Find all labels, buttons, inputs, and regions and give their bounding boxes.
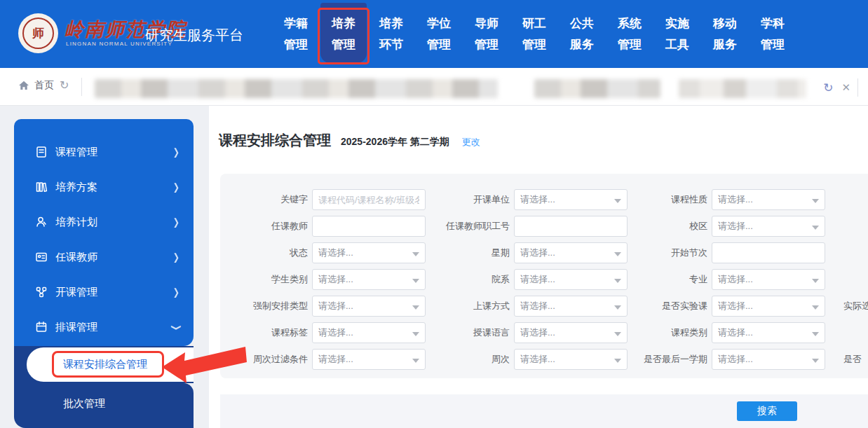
sidebar-item-course-arrangement[interactable]: 课程安排综合管理 [27,347,194,382]
redacted-tab-group [95,79,498,98]
sidebar-item-cultivation-plan[interactable]: 培养方案❯ [14,170,194,205]
nav-item-cultivation-mgmt[interactable]: 培养管理 [327,0,360,68]
nav-item-implementation-tools[interactable]: 实施工具 [660,0,694,68]
select-input[interactable]: 请选择... [514,269,628,290]
sidebar-submenu: 批次管理 [14,383,194,428]
text-input[interactable] [514,216,628,237]
nav-item-system-mgmt[interactable]: 系统管理 [613,0,646,68]
field-label: 是否实验课 [628,300,712,312]
nav-item-discipline-mgmt[interactable]: 学科管理 [756,0,789,68]
caret-down-icon [812,359,819,363]
field-label: 校区 [628,220,712,233]
select-value: 请选择... [520,353,555,366]
select-input[interactable]: 请选择... [514,242,628,263]
id-card-icon [35,251,48,263]
academic-term: 2025-2026学年 第二学期 [341,136,449,149]
select-value: 请选择... [520,247,555,259]
nav-item-research-work-mgmt[interactable]: 研工管理 [517,0,551,68]
select-input[interactable]: 请选择... [712,322,825,343]
form-row: 强制安排类型请选择...上课方式请选择...是否实验课请选择...实际选课 [220,293,868,319]
field-label: 专业 [628,273,712,286]
field-label: 课程性质 [628,193,712,206]
sidebar-item-course-mgmt[interactable]: 课程管理❯ [14,134,194,170]
select-value: 请选择... [718,300,753,312]
chevron-right-icon: ❯ [173,287,179,298]
cutoff-field-label: 实际选课 [843,300,868,312]
refresh-icon[interactable]: ↻ [60,78,69,92]
nav-item-label: 管理 [422,34,456,55]
select-input[interactable]: 请选择... [312,296,426,317]
select-value: 请选择... [718,353,753,366]
annotation-box [318,8,369,64]
books-icon [35,181,48,193]
caret-down-icon [812,199,819,203]
select-value: 请选择... [520,300,555,312]
chevron-right-icon: ❯ [173,146,179,158]
text-input[interactable] [312,216,426,237]
nav-item-label: 学位 [422,13,456,34]
sidebar-item-course-teachers[interactable]: 任课教师❯ [14,240,194,275]
select-input[interactable]: 请选择... [312,322,426,343]
change-term-link[interactable]: 更改 [462,136,480,149]
text-input[interactable] [312,189,426,210]
select-input[interactable]: 请选择... [514,322,628,343]
home-tab[interactable]: 首页 ↻ [18,78,69,92]
platform-title: 研究生服务平台 [145,26,243,45]
sidebar-item-label: 课程管理 [55,146,173,159]
redacted-tab-group [679,79,806,98]
nav-item-label: 导师 [470,13,503,34]
field-label: 学生类别 [220,273,312,286]
tab-divider [81,78,82,96]
form-row: 任课教师任课教师职工号校区请选择... [220,213,868,240]
select-input[interactable]: 请选择... [514,349,628,370]
document-icon [35,146,48,158]
nav-item-label: 移动 [708,13,742,34]
tab-close-icon[interactable]: ✕ [841,81,850,94]
select-input[interactable]: 请选择... [514,296,628,317]
nav-item-label: 管理 [470,34,503,55]
nav-item-label: 公共 [565,13,599,34]
nav-item-label: 服务 [565,34,599,55]
select-input[interactable]: 请选择... [514,189,628,210]
field-label: 强制安排类型 [220,300,312,312]
caret-down-icon [614,252,621,256]
caret-down-icon [412,305,419,310]
nav-item-public-service[interactable]: 公共服务 [565,0,599,68]
sidebar-item-course-scheduling[interactable]: 排课管理❯ [14,310,194,345]
form-row: 关键字开课单位请选择...课程性质请选择... [220,186,868,213]
tab-end-divider [857,78,858,97]
select-input[interactable]: 请选择... [712,296,825,317]
select-input[interactable]: 请选择... [312,269,426,290]
form-row: 课程标签请选择...授课语言请选择...课程类别请选择... [220,319,868,346]
field-label: 是否最后一学期 [628,353,712,366]
chevron-right-icon: ❯ [173,216,179,228]
select-input[interactable]: 请选择... [712,349,825,370]
sidebar-item-label: 开课管理 [55,286,173,299]
sidebar-item-course-offering[interactable]: 开课管理❯ [14,275,194,310]
nav-item-degree-mgmt[interactable]: 学位管理 [422,0,456,68]
nav-item-student-status[interactable]: 学籍管理 [279,0,313,68]
select-input[interactable]: 请选择... [712,269,825,290]
nav-item-label: 管理 [279,34,313,55]
select-input[interactable]: 请选择... [712,216,825,237]
sidebar-item-cultivation-schedule[interactable]: 培养计划❯ [14,205,194,240]
text-input[interactable] [712,242,825,263]
nav-item-mentor-mgmt[interactable]: 导师管理 [470,0,503,68]
tab-reload-icon[interactable]: ↻ [823,81,833,95]
sidebar-item-batch-management[interactable]: 批次管理 [14,383,194,424]
nav-item-mobile-service[interactable]: 移动服务 [708,0,742,68]
calendar-icon [35,321,48,333]
field-label: 课程标签 [220,326,312,339]
search-button[interactable]: 搜索 [737,401,797,421]
caret-down-icon [812,305,819,310]
field-label: 周次 [426,353,514,366]
caret-down-icon [412,279,419,283]
nav-item-label: 工具 [660,34,694,55]
nav-item-cultivation-process[interactable]: 培养环节 [374,0,408,68]
field-label: 课程类别 [628,326,712,339]
redacted-tab-group [534,79,660,98]
select-input[interactable]: 请选择... [712,189,825,210]
sidebar-item-label: 培养计划 [55,216,173,229]
select-input[interactable]: 请选择... [312,349,426,370]
select-input[interactable]: 请选择... [312,242,426,263]
